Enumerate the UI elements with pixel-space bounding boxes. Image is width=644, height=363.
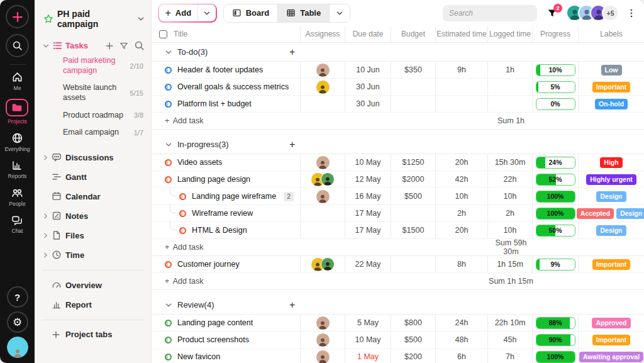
- status-icon[interactable]: [165, 337, 172, 343]
- kebab-icon: [626, 8, 636, 18]
- view-tab-table[interactable]: Table: [278, 4, 330, 22]
- board-icon: [232, 8, 242, 18]
- user-avatar[interactable]: [7, 337, 28, 358]
- plus-icon: [52, 330, 65, 339]
- group-add-button[interactable]: +: [289, 140, 295, 150]
- avatar-overflow-chip[interactable]: +5: [602, 4, 619, 21]
- progress-bar: 100%: [536, 351, 575, 363]
- chevron-right-icon[interactable]: [42, 213, 52, 220]
- files-icon: [52, 230, 65, 240]
- table-row[interactable]: Overall goals & success metrics30 Jun5%I…: [152, 79, 644, 96]
- nav-item-chat[interactable]: Chat: [4, 215, 30, 234]
- sidebar-item-discussions[interactable]: Discussions: [42, 148, 145, 167]
- progress-value: 24%: [536, 157, 575, 168]
- group-collapse-chevron[interactable]: [165, 48, 172, 56]
- group-add-button[interactable]: +: [289, 47, 295, 57]
- select-all-checkbox[interactable]: [159, 30, 167, 38]
- status-icon[interactable]: [165, 320, 172, 327]
- add-task-label: Add task: [173, 277, 204, 286]
- table-row[interactable]: Customer journey22 May8h1h 15m9%Importan…: [152, 256, 644, 273]
- status-icon[interactable]: [165, 84, 172, 91]
- status-icon[interactable]: [165, 101, 172, 108]
- column-header-labels: Labels: [579, 26, 644, 42]
- view-switcher-chevron[interactable]: [330, 4, 350, 22]
- add-task-button[interactable]: + Add task: [152, 116, 203, 125]
- nav-item-reports[interactable]: Reports: [4, 160, 30, 179]
- subtask-connector: [170, 221, 177, 230]
- sidebar-item-overview[interactable]: Overview: [42, 276, 145, 295]
- view-tab-board[interactable]: Board: [224, 4, 279, 22]
- table-row[interactable]: Landing page content5 May$80024h22h 10m8…: [152, 315, 644, 332]
- nav-item-everything[interactable]: Everything: [4, 132, 30, 152]
- status-icon[interactable]: [165, 159, 172, 166]
- logged-time-cell: 2h: [488, 205, 533, 221]
- tasks-section-header[interactable]: Tasks: [42, 40, 145, 51]
- group-collapse-chevron[interactable]: [165, 141, 172, 148]
- sidebar-item-time[interactable]: Time: [42, 245, 145, 265]
- search-icon[interactable]: [134, 40, 145, 51]
- status-icon[interactable]: [179, 193, 186, 200]
- add-task-button[interactable]: + Add: [158, 4, 217, 23]
- sidebar-item-gantt[interactable]: Gantt: [42, 167, 145, 187]
- status-icon[interactable]: [165, 354, 172, 360]
- table-row[interactable]: Landing page wireframe216 May$50010h10h1…: [152, 188, 644, 205]
- chevron-down-icon[interactable]: [42, 42, 50, 50]
- chevron-right-icon[interactable]: [42, 154, 52, 161]
- chevron-down-icon[interactable]: [198, 9, 216, 17]
- tasks-section-label: Tasks: [65, 41, 88, 50]
- plus-icon: +: [159, 8, 175, 19]
- group-collapse-chevron[interactable]: [165, 301, 172, 309]
- sidebar-task-list-item[interactable]: Email campaign1/7: [42, 124, 145, 142]
- nav-item-projects[interactable]: Projects: [4, 99, 30, 125]
- status-icon[interactable]: [165, 176, 172, 183]
- sidebar-task-list-item[interactable]: Paid marketing campaign2/10: [42, 52, 145, 79]
- column-header-logged-time: Logged time: [488, 26, 533, 42]
- more-menu-button[interactable]: [625, 8, 638, 18]
- estimated-time-cell: 8h: [436, 256, 488, 272]
- labels-cell: High: [579, 154, 644, 170]
- view-switcher: BoardTable: [223, 4, 351, 23]
- table-row[interactable]: Header & footer updates10 Jun$3509h1h10%…: [152, 62, 644, 79]
- sidebar-item-notes[interactable]: Notes: [42, 206, 145, 226]
- group-name: Review(4): [177, 300, 214, 310]
- status-icon[interactable]: [179, 227, 186, 234]
- add-task-button[interactable]: + Add task: [152, 277, 203, 286]
- filter-icon[interactable]: [119, 42, 128, 50]
- plus-icon: +: [165, 243, 172, 252]
- table-row[interactable]: Product screenshots10 May$50048h45h90%Im…: [152, 332, 644, 349]
- table-row[interactable]: New favicon1 May$2006h7h100%Awaiting app…: [152, 349, 644, 363]
- logged-time-cell: 45h: [488, 332, 533, 348]
- status-icon[interactable]: [165, 67, 172, 74]
- sidebar-task-list-item[interactable]: Product roadmap3/8: [42, 107, 145, 125]
- table-row[interactable]: Video assets10 May$125020h15h 30m24%High: [152, 154, 644, 171]
- status-icon[interactable]: [165, 261, 172, 268]
- global-search-button[interactable]: [6, 34, 29, 57]
- table-row[interactable]: HTML & Design17 May$150020h10h50%Design: [152, 222, 644, 239]
- chevron-right-icon[interactable]: [42, 252, 52, 259]
- filter-count-badge: 2: [553, 4, 562, 13]
- project-tabs-button[interactable]: Project tabs: [42, 325, 145, 344]
- add-button[interactable]: [6, 5, 29, 28]
- status-icon[interactable]: [179, 210, 186, 217]
- search-input[interactable]: [443, 5, 537, 21]
- add-task-button[interactable]: + Add task: [152, 243, 203, 252]
- group-add-button[interactable]: +: [289, 300, 295, 310]
- progress-cell: 50%: [533, 222, 579, 238]
- app-window: MeProjectsEverythingReportsPeopleChat ? …: [0, 0, 644, 363]
- table-row[interactable]: Platform list + budget30 Jun0%On-hold: [152, 96, 644, 113]
- help-button[interactable]: ?: [7, 286, 28, 308]
- sidebar-item-report[interactable]: Report: [42, 295, 145, 315]
- add-task-list-icon[interactable]: [105, 42, 114, 50]
- table-row[interactable]: Wireframe review17 May2h2h100%AcceptedDe…: [152, 205, 644, 222]
- sidebar-item-calendar[interactable]: Calendar: [42, 187, 145, 206]
- chevron-right-icon[interactable]: [42, 232, 52, 239]
- sidebar-item-files[interactable]: Files: [42, 226, 145, 245]
- nav-item-me[interactable]: Me: [4, 71, 30, 91]
- sidebar-task-list-item[interactable]: Website launch assets5/15: [42, 79, 145, 106]
- settings-button[interactable]: ⚙: [7, 311, 28, 333]
- project-header[interactable]: PH paid campaign: [42, 8, 145, 30]
- task-title: Customer journey: [177, 260, 240, 269]
- filter-button[interactable]: 2: [547, 8, 557, 18]
- nav-item-people[interactable]: People: [4, 187, 30, 207]
- table-row[interactable]: Landing page design12 May$200042h22h52%H…: [152, 171, 644, 188]
